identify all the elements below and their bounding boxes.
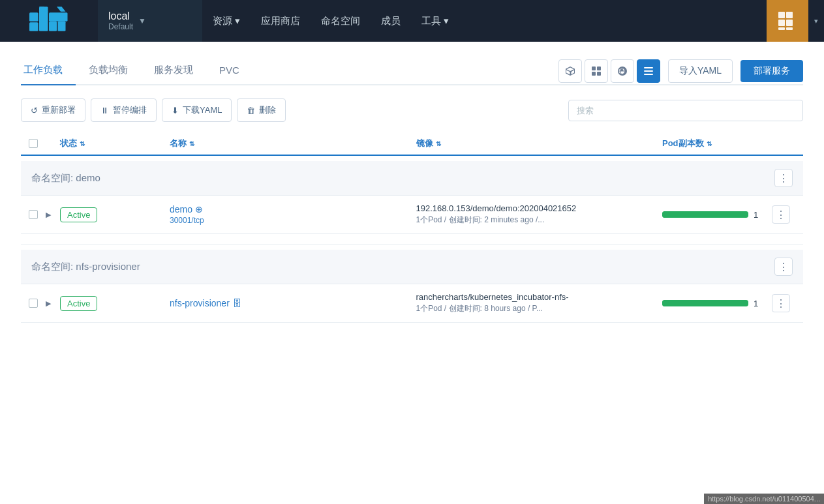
status-badge: Active	[60, 296, 97, 311]
toolbar: ↺ 重新部署 ⏸ 暂停编排 ⬇ 下载YAML 🗑 删除	[21, 98, 803, 122]
row-nfs-status: Active	[60, 296, 164, 311]
table-row: ▶ Active demo ⊕ 30001/tcp 192.168.0.153/…	[21, 196, 803, 234]
pod-progress-bar	[662, 300, 748, 306]
row-demo-more-cell: ⋮	[772, 205, 795, 224]
col-pod-replicas[interactable]: Pod副本数 ⇅	[662, 138, 767, 149]
view-pods-icon-btn[interactable]	[558, 59, 582, 83]
row-nfs-more-button[interactable]: ⋮	[772, 294, 790, 312]
database-icon: 🗄	[232, 298, 241, 308]
row-demo-image-sub: 1个Pod / 创建时间: 2 minutes ago /...	[416, 215, 658, 226]
row-nfs-pod-cell: 1	[662, 299, 767, 308]
view-list2-icon-btn[interactable]	[585, 59, 608, 83]
nav-items: 资源 ▾ 应用商店 命名空间 成员 工具 ▾	[202, 0, 767, 42]
svg-text:®: ®	[61, 8, 64, 12]
svg-rect-15	[592, 67, 596, 70]
nav-item-tools[interactable]: 工具 ▾	[411, 0, 459, 42]
search-input[interactable]	[568, 100, 803, 121]
download-yaml-button[interactable]: ⬇ 下载YAML	[162, 98, 232, 122]
svg-rect-0	[29, 12, 38, 22]
svg-rect-13	[778, 27, 785, 30]
svg-rect-1	[29, 22, 38, 31]
chevron-down-icon: ▾	[235, 15, 240, 27]
row-demo-checkbox-cell: ▶	[29, 208, 55, 221]
row-demo-sub-link[interactable]: 30001/tcp	[170, 216, 411, 225]
row-demo-checkbox[interactable]	[29, 210, 38, 219]
row-demo-image-text: 192.168.0.153/demo/demo:202004021652	[416, 203, 658, 213]
row-demo-status: Active	[60, 207, 164, 222]
row-demo-name-link[interactable]: demo ⊕	[170, 204, 411, 215]
tab-service-discovery[interactable]: 服务发现	[151, 57, 206, 85]
delete-button[interactable]: 🗑 删除	[237, 98, 286, 122]
col-image[interactable]: 镜像 ⇅	[416, 138, 658, 149]
cluster-default: Default	[108, 22, 133, 31]
namespace-nfs-label: 命名空间: nfs-provisioner	[31, 261, 140, 273]
pause-icon: ⏸	[100, 106, 109, 115]
row-nfs-checkbox-cell: ▶	[29, 297, 55, 310]
row-demo-more-button[interactable]: ⋮	[772, 205, 790, 224]
nav-item-members[interactable]: 成员	[371, 0, 411, 42]
svg-rect-20	[644, 70, 653, 72]
svg-rect-12	[786, 20, 793, 26]
svg-rect-16	[597, 67, 601, 70]
row-demo-image-cell: 192.168.0.153/demo/demo:202004021652 1个P…	[416, 203, 658, 226]
namespace-demo-row: 命名空间: demo ⋮	[21, 161, 803, 196]
user-avatar[interactable]	[767, 0, 808, 42]
network-icon: ⊕	[195, 204, 203, 215]
row-demo-name-cell: demo ⊕ 30001/tcp	[170, 204, 411, 225]
status-badge: Active	[60, 207, 97, 222]
sort-name-icon: ⇅	[189, 140, 194, 147]
tab-pvc[interactable]: PVC	[217, 58, 252, 85]
svg-rect-6	[49, 22, 57, 31]
nav-item-appstore[interactable]: 应用商店	[251, 0, 311, 42]
view-flat-list-icon-btn[interactable]	[637, 59, 660, 83]
row-demo-play-button[interactable]: ▶	[42, 208, 55, 221]
pause-button[interactable]: ⏸ 暂停编排	[91, 98, 157, 122]
user-chevron-icon[interactable]: ▾	[808, 0, 824, 42]
view-group-icon-btn[interactable]	[611, 59, 634, 83]
logo: ®	[0, 7, 98, 35]
import-yaml-button[interactable]: 导入YAML	[668, 59, 733, 83]
namespace-demo-label: 命名空间: demo	[31, 172, 100, 185]
cluster-name: local	[108, 10, 133, 22]
pod-progress-bar	[662, 211, 748, 218]
row-nfs-play-button[interactable]: ▶	[42, 297, 55, 310]
search-wrapper	[568, 100, 803, 121]
namespace-nfs-row: 命名空间: nfs-provisioner ⋮	[21, 250, 803, 284]
redeploy-button[interactable]: ↺ 重新部署	[21, 98, 85, 122]
sort-pods-icon: ⇅	[707, 140, 712, 147]
pod-progress-fill	[662, 300, 748, 306]
page-tabs: 工作负载 负载均衡 服务发现 PVC	[21, 57, 803, 85]
nav-item-resources[interactable]: 资源 ▾	[202, 0, 251, 42]
sort-status-icon: ⇅	[80, 140, 85, 147]
namespace-demo-more-button[interactable]: ⋮	[774, 169, 793, 187]
svg-rect-17	[592, 72, 596, 76]
row-nfs-name-link[interactable]: nfs-provisioner 🗄	[170, 298, 411, 308]
col-status[interactable]: 状态 ⇅	[60, 138, 164, 149]
row-nfs-image-sub: 1个Pod / 创建时间: 8 hours ago / P...	[416, 303, 658, 314]
svg-rect-3	[49, 12, 68, 22]
svg-rect-11	[778, 20, 785, 26]
tab-load-balance[interactable]: 负载均衡	[86, 57, 141, 85]
tab-actions: 导入YAML 部署服务	[558, 59, 803, 83]
trash-icon: 🗑	[247, 106, 255, 115]
row-nfs-checkbox[interactable]	[29, 299, 38, 308]
select-all-checkbox[interactable]	[29, 139, 55, 148]
col-name[interactable]: 名称 ⇅	[170, 138, 411, 149]
namespace-nfs-more-button[interactable]: ⋮	[774, 258, 793, 276]
row-demo-pod-cell: 1	[662, 210, 767, 220]
svg-rect-21	[644, 74, 653, 75]
deploy-service-button[interactable]: 部署服务	[740, 60, 803, 82]
pod-count: 1	[754, 299, 767, 308]
svg-rect-9	[778, 12, 785, 18]
spacer	[21, 234, 803, 245]
sort-image-icon: ⇅	[436, 140, 441, 147]
tab-workloads[interactable]: 工作负载	[21, 57, 76, 85]
svg-rect-7	[58, 22, 66, 31]
svg-rect-19	[644, 67, 653, 68]
nav-item-namespace[interactable]: 命名空间	[311, 0, 371, 42]
table-row: ▶ Active nfs-provisioner 🗄 ranchercharts…	[21, 284, 803, 323]
svg-rect-14	[786, 27, 793, 30]
svg-rect-10	[786, 12, 793, 18]
chevron-down-icon: ▾	[444, 15, 449, 27]
cluster-selector[interactable]: local Default ▼	[98, 0, 202, 42]
